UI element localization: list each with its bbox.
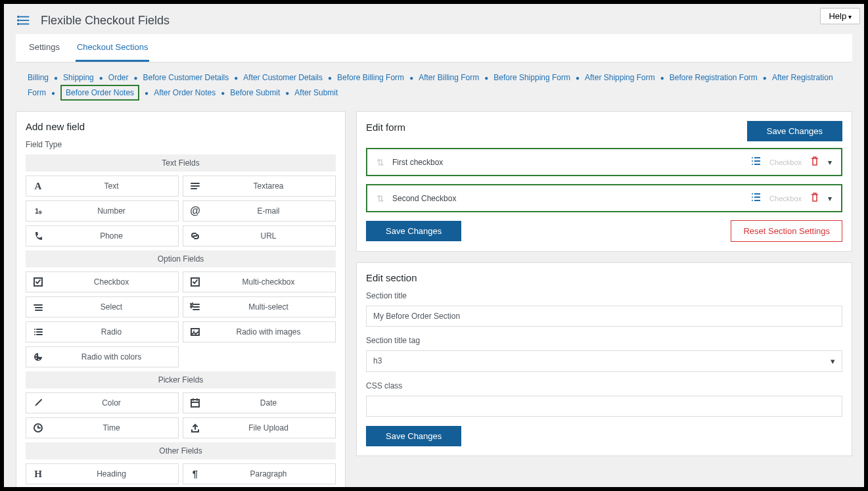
section-link-before-shipping-form[interactable]: Before Shipping Form xyxy=(493,73,570,82)
reset-section-button[interactable]: Reset Section Settings xyxy=(731,220,842,242)
heading-icon: H xyxy=(33,469,43,479)
section-title-input[interactable] xyxy=(366,306,842,327)
section-link-before-billing-form[interactable]: Before Billing Form xyxy=(337,73,404,82)
category-header: Picker Fields xyxy=(26,371,336,388)
field-type-label: Textarea xyxy=(253,181,283,191)
svg-point-30 xyxy=(38,359,39,360)
delete-field-icon[interactable] xyxy=(810,192,820,204)
form-field-row[interactable]: ⇅First checkboxCheckbox▾ xyxy=(366,148,842,176)
email-icon: @ xyxy=(190,206,200,216)
field-type-label: Paragraph xyxy=(250,469,286,479)
svg-point-24 xyxy=(34,334,35,335)
multicheckbox-icon xyxy=(190,277,200,287)
field-type-label: Text xyxy=(104,181,118,191)
section-link-before-order-notes[interactable]: Before Order Notes xyxy=(60,85,139,101)
field-type-number[interactable]: 1₉Number xyxy=(26,200,179,222)
svg-point-55 xyxy=(752,200,753,201)
field-type-multicheckbox[interactable]: Multi-checkbox xyxy=(183,271,336,292)
field-type-radioimg[interactable]: Radio with images xyxy=(183,321,336,342)
category-header: Text Fields xyxy=(26,154,336,172)
field-type-label: Phone xyxy=(100,231,123,241)
field-type-url[interactable]: URL xyxy=(183,225,336,246)
field-type-paragraph[interactable]: ¶Paragraph xyxy=(183,463,336,484)
add-field-panel: Add new field Field Type Text FieldsATex… xyxy=(16,111,346,487)
field-type-label: Field Type xyxy=(26,140,336,149)
section-link-before-registration-form[interactable]: Before Registration Form xyxy=(670,73,758,82)
svg-point-48 xyxy=(752,160,753,162)
expand-field-icon[interactable]: ▾ xyxy=(828,194,832,203)
url-icon xyxy=(190,231,200,241)
section-link-before-customer-details[interactable]: Before Customer Details xyxy=(143,73,229,82)
field-type-icon xyxy=(751,156,762,168)
section-link-order[interactable]: Order xyxy=(108,73,129,82)
field-type-radiocolor[interactable]: Radio with colors xyxy=(26,346,179,367)
field-type-text[interactable]: AText xyxy=(26,175,179,197)
field-type-label: Radio with colors xyxy=(81,352,141,362)
field-name-label: Second Checkbox xyxy=(392,194,743,203)
field-type-label: Checkbox xyxy=(94,277,129,287)
help-button[interactable]: Help xyxy=(820,8,860,24)
svg-point-53 xyxy=(752,193,753,195)
svg-text:@: @ xyxy=(190,206,200,216)
save-changes-top-button[interactable]: Save Changes xyxy=(747,121,842,141)
svg-rect-32 xyxy=(191,400,199,407)
field-type-textarea[interactable]: Textarea xyxy=(183,175,336,197)
section-link-before-submit[interactable]: Before Submit xyxy=(230,88,280,97)
section-link-after-shipping-form[interactable]: After Shipping Form xyxy=(585,73,655,82)
tab-settings[interactable]: Settings xyxy=(28,34,61,62)
field-type-heading[interactable]: HHeading xyxy=(26,463,179,484)
section-link-billing[interactable]: Billing xyxy=(28,73,49,82)
form-field-row[interactable]: ⇅Second CheckboxCheckbox▾ xyxy=(366,184,842,212)
section-link-after-billing-form[interactable]: After Billing Form xyxy=(419,73,479,82)
edit-section-title: Edit section xyxy=(366,272,842,283)
field-type-label: URL xyxy=(260,231,276,241)
drag-handle-icon[interactable]: ⇅ xyxy=(377,193,384,204)
section-link-after-order-notes[interactable]: After Order Notes xyxy=(154,88,216,97)
svg-point-27 xyxy=(193,331,194,332)
delete-field-icon[interactable] xyxy=(810,156,820,168)
nav-separator: ● xyxy=(134,74,138,82)
section-title-label: Section title xyxy=(366,291,842,300)
field-type-radio[interactable]: Radio xyxy=(26,321,179,342)
svg-text:1₉: 1₉ xyxy=(35,207,42,215)
section-nav: Billing●Shipping●Order●Before Customer D… xyxy=(4,62,864,106)
field-type-label: Radio with images xyxy=(236,327,300,337)
field-type-time[interactable]: Time xyxy=(26,417,179,438)
section-link-shipping[interactable]: Shipping xyxy=(63,73,94,82)
field-type-color[interactable]: Color xyxy=(26,392,179,413)
nav-separator: ● xyxy=(145,89,148,97)
svg-point-47 xyxy=(752,157,753,158)
nav-separator: ● xyxy=(51,89,55,97)
css-class-input[interactable] xyxy=(366,396,842,417)
field-type-email[interactable]: @E-mail xyxy=(183,200,336,222)
nav-separator: ● xyxy=(54,74,58,82)
section-tag-chevron-icon[interactable]: ▾ xyxy=(824,350,842,372)
field-type-file[interactable]: File Upload xyxy=(183,417,336,438)
field-type-phone[interactable]: Phone xyxy=(26,225,179,246)
radio-icon xyxy=(33,327,43,337)
page-title: Flexible Checkout Fields xyxy=(41,14,170,28)
svg-text:H: H xyxy=(34,469,42,479)
add-field-title: Add new field xyxy=(26,121,336,132)
field-type-checkbox[interactable]: Checkbox xyxy=(26,271,179,292)
section-link-after-submit[interactable]: After Submit xyxy=(294,88,338,97)
svg-text:¶: ¶ xyxy=(193,469,198,479)
section-tag-select[interactable]: h3 xyxy=(366,350,824,372)
field-type-label: E-mail xyxy=(257,206,279,216)
svg-point-29 xyxy=(35,358,37,359)
field-type-label: Radio xyxy=(101,327,122,337)
field-type-date[interactable]: Date xyxy=(183,392,336,413)
nav-separator: ● xyxy=(484,74,488,82)
svg-point-54 xyxy=(752,197,753,198)
checkbox-icon xyxy=(33,277,43,287)
save-changes-button[interactable]: Save Changes xyxy=(366,221,461,241)
section-link-after-customer-details[interactable]: After Customer Details xyxy=(243,73,323,82)
save-section-button[interactable]: Save Changes xyxy=(366,426,461,446)
field-type-multiselect[interactable]: Multi-select xyxy=(183,296,336,317)
tab-checkout-sections[interactable]: Checkout Sections xyxy=(76,34,149,62)
drag-handle-icon[interactable]: ⇅ xyxy=(377,157,384,168)
nav-separator: ● xyxy=(660,74,664,82)
textarea-icon xyxy=(190,181,200,191)
field-type-select[interactable]: Select xyxy=(26,296,179,317)
expand-field-icon[interactable]: ▾ xyxy=(828,158,832,167)
